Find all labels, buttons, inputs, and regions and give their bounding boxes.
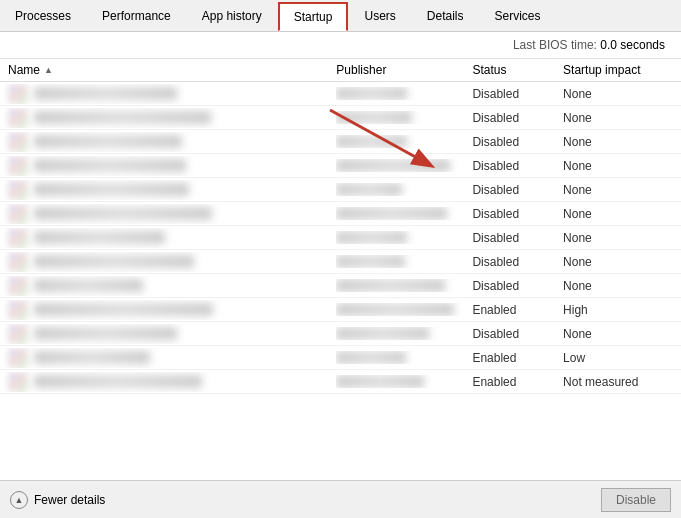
bottom-bar: ▲ Fewer details Disable bbox=[0, 480, 681, 518]
app-icon bbox=[8, 228, 28, 248]
app-icon bbox=[8, 108, 28, 128]
app-name bbox=[34, 375, 202, 388]
table-row[interactable]: DisabledNone bbox=[0, 130, 681, 154]
cell-impact: None bbox=[563, 207, 681, 221]
cell-name bbox=[0, 300, 336, 320]
fewer-details-label: Fewer details bbox=[34, 493, 105, 507]
app-name bbox=[34, 231, 165, 244]
tab-startup[interactable]: Startup bbox=[278, 2, 349, 31]
bios-bar: Last BIOS time: 0.0 seconds bbox=[0, 32, 681, 59]
cell-publisher bbox=[336, 183, 472, 196]
cell-publisher bbox=[336, 303, 472, 316]
tab-bar: Processes Performance App history Startu… bbox=[0, 0, 681, 32]
cell-publisher bbox=[336, 159, 472, 172]
table-row[interactable]: EnabledLow bbox=[0, 346, 681, 370]
table-row[interactable]: DisabledNone bbox=[0, 82, 681, 106]
cell-status: Enabled bbox=[472, 375, 563, 389]
cell-impact: None bbox=[563, 183, 681, 197]
cell-name bbox=[0, 252, 336, 272]
table-body[interactable]: DisabledNoneDisabledNoneDisabledNoneDisa… bbox=[0, 82, 681, 480]
cell-name bbox=[0, 276, 336, 296]
app-name bbox=[34, 135, 182, 148]
app-name bbox=[34, 351, 150, 364]
tab-users[interactable]: Users bbox=[349, 2, 410, 31]
table-row[interactable]: DisabledNone bbox=[0, 226, 681, 250]
app-icon bbox=[8, 300, 28, 320]
cell-name bbox=[0, 180, 336, 200]
cell-publisher bbox=[336, 375, 472, 388]
bios-value: 0.0 seconds bbox=[600, 38, 665, 52]
tab-app-history[interactable]: App history bbox=[187, 2, 277, 31]
chevron-down-icon: ▲ bbox=[10, 491, 28, 509]
cell-status: Disabled bbox=[472, 231, 563, 245]
table-header: Name ▲ Publisher Status Startup impact bbox=[0, 59, 681, 82]
app-name bbox=[34, 255, 194, 268]
cell-impact: None bbox=[563, 327, 681, 341]
tab-processes[interactable]: Processes bbox=[0, 2, 86, 31]
cell-status: Disabled bbox=[472, 183, 563, 197]
cell-publisher bbox=[336, 255, 472, 268]
cell-publisher bbox=[336, 279, 472, 292]
disable-button[interactable]: Disable bbox=[601, 488, 671, 512]
cell-status: Disabled bbox=[472, 159, 563, 173]
cell-impact: None bbox=[563, 87, 681, 101]
cell-publisher bbox=[336, 207, 472, 220]
cell-name bbox=[0, 348, 336, 368]
cell-status: Enabled bbox=[472, 351, 563, 365]
table-row[interactable]: EnabledNot measured bbox=[0, 370, 681, 394]
cell-impact: Not measured bbox=[563, 375, 681, 389]
col-name-header[interactable]: Name ▲ bbox=[0, 63, 336, 77]
cell-name bbox=[0, 204, 336, 224]
cell-impact: None bbox=[563, 279, 681, 293]
sort-arrow-icon: ▲ bbox=[44, 65, 53, 75]
app-icon bbox=[8, 156, 28, 176]
table-row[interactable]: DisabledNone bbox=[0, 202, 681, 226]
app-icon bbox=[8, 324, 28, 344]
tab-details[interactable]: Details bbox=[412, 2, 479, 31]
cell-impact: None bbox=[563, 159, 681, 173]
app-icon bbox=[8, 372, 28, 392]
cell-publisher bbox=[336, 327, 472, 340]
app-icon bbox=[8, 204, 28, 224]
cell-impact: None bbox=[563, 135, 681, 149]
table-row[interactable]: DisabledNone bbox=[0, 154, 681, 178]
app-icon bbox=[8, 276, 28, 296]
cell-name bbox=[0, 228, 336, 248]
cell-status: Disabled bbox=[472, 87, 563, 101]
cell-status: Disabled bbox=[472, 327, 563, 341]
fewer-details-button[interactable]: ▲ Fewer details bbox=[10, 491, 105, 509]
col-impact-header[interactable]: Startup impact bbox=[563, 63, 681, 77]
table-row[interactable]: DisabledNone bbox=[0, 250, 681, 274]
tab-services[interactable]: Services bbox=[480, 2, 556, 31]
app-name bbox=[34, 87, 177, 100]
col-publisher-header[interactable]: Publisher bbox=[336, 63, 472, 77]
cell-status: Enabled bbox=[472, 303, 563, 317]
tab-performance[interactable]: Performance bbox=[87, 2, 186, 31]
cell-status: Disabled bbox=[472, 255, 563, 269]
cell-impact: None bbox=[563, 231, 681, 245]
cell-publisher bbox=[336, 351, 472, 364]
app-icon bbox=[8, 132, 28, 152]
cell-impact: None bbox=[563, 255, 681, 269]
app-name bbox=[34, 207, 212, 220]
table-row[interactable]: DisabledNone bbox=[0, 274, 681, 298]
cell-name bbox=[0, 324, 336, 344]
table-row[interactable]: DisabledNone bbox=[0, 322, 681, 346]
col-status-header[interactable]: Status bbox=[472, 63, 563, 77]
cell-name bbox=[0, 372, 336, 392]
cell-status: Disabled bbox=[472, 135, 563, 149]
bios-label: Last BIOS time: bbox=[513, 38, 597, 52]
cell-status: Disabled bbox=[472, 207, 563, 221]
cell-name bbox=[0, 108, 336, 128]
app-icon bbox=[8, 84, 28, 104]
cell-name bbox=[0, 84, 336, 104]
app-name bbox=[34, 279, 143, 292]
cell-status: Disabled bbox=[472, 279, 563, 293]
content-area: Last BIOS time: 0.0 seconds Name ▲ Publi… bbox=[0, 32, 681, 480]
cell-publisher bbox=[336, 111, 472, 124]
table-row[interactable]: EnabledHigh bbox=[0, 298, 681, 322]
app-name bbox=[34, 159, 186, 172]
table-row[interactable]: DisabledNone bbox=[0, 106, 681, 130]
cell-status: Disabled bbox=[472, 111, 563, 125]
table-row[interactable]: DisabledNone bbox=[0, 178, 681, 202]
